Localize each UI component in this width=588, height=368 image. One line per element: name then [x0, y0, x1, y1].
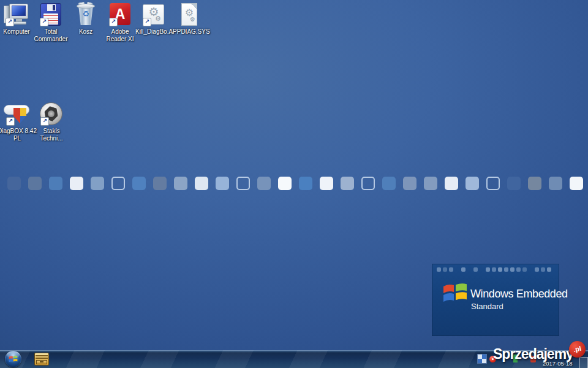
desktop-icon-label: Stakis Techni... [31, 128, 72, 142]
badge-mini-square [461, 267, 466, 272]
wallpaper-square [382, 177, 396, 190]
windows-embedded-badge: Windows Embedded Standard [432, 264, 559, 336]
badge-mini-square [510, 267, 514, 272]
badge-mini-square [547, 267, 551, 272]
wallpaper-square [486, 177, 500, 190]
badge-mini-square [449, 267, 453, 272]
badge-mini-square [535, 267, 539, 272]
wallpaper-square [361, 177, 375, 190]
wallpaper-square [507, 177, 521, 190]
wallpaper-square [216, 177, 229, 190]
badge-subtitle: Standard [471, 302, 503, 311]
badge-mini-square [443, 267, 447, 272]
badge-mini-square [492, 267, 496, 272]
shortcut-arrow-icon: ↗ [40, 117, 49, 126]
desktop-icon-stakis[interactable]: ↗Stakis Techni... [31, 102, 72, 142]
wallpaper-square [49, 177, 62, 190]
wallpaper-squares-strip [0, 177, 588, 191]
wallpaper-square [257, 177, 271, 190]
wallpaper-square [111, 177, 125, 190]
wallpaper-square [195, 177, 208, 190]
wallpaper-square [424, 177, 437, 190]
badge-mini-square [522, 267, 527, 272]
wallpaper-square [570, 177, 583, 190]
taskbar-file-manager-button[interactable] [32, 351, 51, 367]
windows-flag-icon [443, 282, 467, 304]
wallpaper-square [132, 177, 146, 190]
wallpaper-square [91, 177, 104, 190]
badge-mini-square [437, 267, 441, 272]
shortcut-arrow-icon: ↗ [6, 18, 14, 26]
windows-flag-icon [9, 355, 18, 363]
desktop-icon-kosz[interactable]: ♻Kosz [69, 2, 103, 36]
recycle-bin-icon: ♻ [72, 2, 100, 27]
sys-file-icon: ⚙⚙ [175, 2, 203, 27]
wallpaper-square [174, 177, 187, 190]
tray-network-icon[interactable] [477, 354, 487, 364]
wallpaper-square [70, 177, 83, 190]
wallpaper-square [341, 177, 354, 190]
taskbar [0, 350, 588, 368]
badge-mini-square [498, 267, 502, 272]
shortcut-arrow-icon: ↗ [6, 117, 15, 126]
tray-icon-partial[interactable] [530, 356, 536, 362]
wallpaper-square [320, 177, 333, 190]
show-desktop-button[interactable] [579, 357, 588, 368]
wallpaper-square [28, 177, 42, 190]
desktop-icon-label: Total Commander [34, 28, 68, 43]
shortcut-arrow-icon: ↗ [40, 18, 48, 26]
wallpaper-square [236, 177, 250, 190]
wallpaper-square [403, 177, 417, 190]
wallpaper-square [445, 177, 458, 190]
desktop-icon-label: Komputer [0, 28, 34, 36]
badge-mini-square [473, 267, 478, 272]
desktop-icon-label: APPDIAG.SYS [168, 28, 211, 36]
start-button[interactable] [5, 351, 21, 367]
tray-alert-icon[interactable] [489, 356, 496, 362]
desktop: ↗Komputer↗Total Commander♻KoszA↗Adobe Re… [0, 0, 588, 368]
desktop-icon-total-commander[interactable]: ↗Total Commander [34, 2, 68, 43]
badge-mini-square [504, 267, 508, 272]
desktop-icon-label: Kosz [69, 28, 103, 36]
badge-title: Windows Embedded [470, 288, 568, 301]
shortcut-arrow-icon: ↗ [143, 18, 151, 26]
wallpaper-square [278, 177, 292, 190]
wallpaper-square [549, 177, 562, 190]
badge-mini-square [516, 267, 521, 272]
badge-mini-square [541, 267, 545, 272]
shortcut-arrow-icon: ↗ [109, 18, 118, 26]
wallpaper-square [7, 177, 21, 190]
wallpaper-square [299, 177, 312, 190]
desktop-icon-appdiag-sys[interactable]: ⚙⚙APPDIAG.SYS [168, 2, 211, 36]
wallpaper-square [466, 177, 479, 190]
tray-icon-partial[interactable] [513, 355, 518, 362]
wallpaper-square [528, 177, 541, 190]
wallpaper-square [153, 177, 167, 190]
badge-mini-square [486, 267, 490, 272]
desktop-icon-komputer[interactable]: ↗Komputer [0, 2, 34, 36]
